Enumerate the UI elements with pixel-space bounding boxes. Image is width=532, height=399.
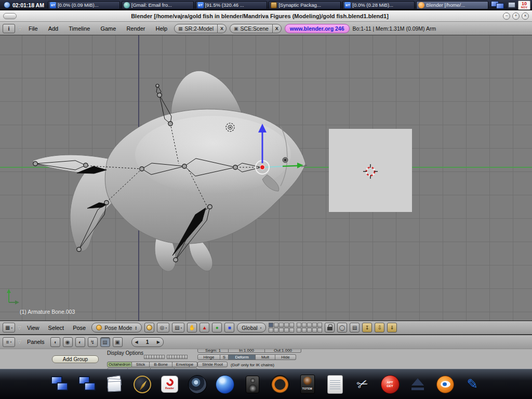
info-window-button[interactable]: i — [3, 24, 15, 33]
draw-type-stick[interactable]: Stick — [132, 362, 150, 367]
stride-root-button[interactable]: Stride Root — [197, 362, 228, 367]
menu-timeline[interactable]: Timeline — [65, 25, 94, 32]
toggle-hide[interactable]: Hide — [275, 354, 296, 360]
layer-toggle[interactable] — [302, 328, 307, 332]
mode-dropdown[interactable]: Pose Mode ▲▼ — [91, 323, 142, 332]
armature-layer-toggle[interactable] — [185, 355, 188, 359]
scale-manipulator-button[interactable]: ■ — [224, 323, 234, 332]
taskbar-item-bittorrent-1[interactable]: BT [0.0% (0.09 MiB)... — [48, 1, 120, 9]
context-object-button[interactable]: ◐ — [75, 337, 85, 347]
layer-toggle[interactable] — [274, 328, 278, 332]
dock-item-workspace-switcher-2[interactable] — [77, 373, 98, 396]
maximize-button[interactable]: + — [512, 12, 520, 20]
screen-unlink-button[interactable]: X — [218, 24, 227, 33]
screen-selector[interactable]: ▦ SR:2-Model — [174, 24, 218, 33]
editor-type-selector[interactable]: ≡ ▾ — [3, 337, 15, 347]
layer-toggle[interactable] — [307, 323, 312, 327]
taskbar-item-gmail[interactable]: [Gmail: Email fro... — [122, 1, 194, 9]
layer-toggle[interactable] — [274, 323, 278, 327]
toggle-s[interactable]: S — [220, 354, 229, 360]
dock-item-adobe-reader[interactable]: Reader — [159, 373, 180, 396]
collapse-triangle-icon[interactable]: ▽ — [18, 26, 22, 31]
dock-item-file-stack[interactable] — [104, 373, 125, 396]
layer-toggle[interactable] — [317, 323, 322, 327]
dock-item-audio-mixer[interactable] — [270, 373, 290, 396]
layer-toggle[interactable] — [297, 323, 301, 327]
layer-toggle[interactable] — [289, 328, 294, 332]
keyframe-button-2[interactable]: ⇩ — [375, 323, 384, 332]
context-shading-button[interactable]: ◉ — [63, 337, 73, 347]
layer-toggle[interactable] — [269, 328, 273, 332]
display-tray-icon[interactable] — [508, 2, 516, 8]
layer-toggle[interactable] — [312, 323, 317, 327]
layer-toggle[interactable] — [297, 328, 301, 332]
workspace-pager-icon[interactable] — [491, 1, 506, 9]
editor-type-selector[interactable]: ▦ ▾ — [3, 323, 15, 332]
menu-help[interactable]: Help — [152, 25, 171, 32]
viewport-menu-pose[interactable]: Pose — [70, 325, 89, 331]
layer-toggle[interactable] — [284, 328, 289, 332]
taskbar-item-blender[interactable]: Blender [/home/... — [416, 1, 488, 9]
layer-toggle[interactable] — [289, 323, 294, 327]
dock-item-system-tools[interactable]: ✂ — [352, 373, 373, 396]
panel-collapse-icon[interactable]: ▽ — [18, 339, 21, 344]
toggle-hinge[interactable]: Hinge — [197, 354, 220, 360]
layer-toggle[interactable] — [312, 328, 317, 332]
layer-toggle[interactable] — [284, 323, 289, 327]
taskbar-item-bittorrent-3[interactable]: BT [0.0% (0.28 MiB)... — [342, 1, 415, 9]
context-physics-button[interactable]: ↯ — [88, 337, 98, 347]
viewport-menu-select[interactable]: Select — [45, 325, 68, 331]
dock-item-cd-player[interactable] — [215, 373, 235, 396]
frame-counter[interactable]: ◀ 1 ▶ — [131, 337, 164, 347]
ke yframe-button-1[interactable]: ↧ — [362, 323, 372, 332]
snap-dropdown[interactable]: ▤ ▾ — [172, 323, 184, 332]
menu-add[interactable]: Add — [45, 25, 62, 32]
segments-field[interactable]: Segm: 1 — [197, 349, 229, 353]
layer-toggle[interactable] — [279, 323, 284, 327]
draw-type-octahedron[interactable]: Octahedron — [107, 362, 132, 367]
pivot-point-dropdown[interactable]: ◎ ▾ — [157, 323, 169, 332]
draw-type-button[interactable] — [144, 323, 154, 332]
context-logic-button[interactable]: ◖ — [50, 337, 60, 347]
dock-item-blender[interactable] — [435, 373, 456, 396]
layer-toggle[interactable] — [307, 328, 312, 332]
menu-render[interactable]: Render — [123, 25, 149, 32]
toggle-deform[interactable]: Deform — [229, 354, 256, 360]
dock-item-speaker[interactable] — [242, 373, 263, 396]
ease-in-field[interactable]: In:1.000 — [229, 349, 265, 353]
window-menu-button[interactable] — [3, 13, 17, 19]
toggle-mult[interactable]: Mult — [256, 354, 275, 360]
dock-item-apt-get[interactable]: APT GET — [380, 373, 401, 396]
armature-layer-toggle[interactable] — [162, 355, 165, 359]
draw-type-envelope[interactable]: Envelope — [172, 362, 197, 367]
dock-item-eject[interactable] — [407, 373, 428, 396]
orientation-dropdown[interactable]: Global ▾ — [237, 323, 266, 332]
ease-out-field[interactable]: Out:1.000 — [265, 349, 301, 353]
keyframe-button-3[interactable]: ⇓ — [387, 323, 397, 332]
translate-manipulator-button[interactable]: ▲ — [200, 323, 209, 332]
scene-selector[interactable]: ▣ SCE:Scene — [230, 24, 273, 33]
goldfish-mesh[interactable] — [32, 71, 307, 271]
menu-file[interactable]: File — [25, 25, 42, 32]
close-button[interactable]: × — [522, 12, 529, 20]
viewport-menu-view[interactable]: View — [24, 325, 43, 331]
menu-game[interactable]: Game — [97, 25, 119, 32]
dock-item-drawing-app[interactable]: ✎ — [462, 373, 483, 396]
layer-toggle[interactable] — [279, 328, 284, 332]
manipulator-toggle-button[interactable]: ✋ — [187, 323, 197, 332]
taskbar-item-synaptic[interactable]: [Synaptic Packag... — [269, 1, 341, 9]
window-titlebar[interactable]: Blender [/home/vajra/gold fish in blende… — [0, 10, 532, 22]
layer-toggle[interactable] — [269, 323, 273, 327]
context-scene-button[interactable]: ▣ — [113, 337, 123, 347]
layer-toggle[interactable] — [302, 323, 307, 327]
dock-item-web-browser[interactable] — [132, 373, 153, 396]
blender-version-badge[interactable]: www.blender.org 246 — [285, 24, 350, 33]
dock-item-totem-player[interactable]: TOTEM — [297, 373, 318, 396]
dock-item-photo-lens[interactable] — [187, 373, 208, 396]
calendar-applet[interactable]: 10 NOV — [518, 1, 530, 10]
render-preview-button[interactable]: ▤ — [350, 323, 360, 332]
lock-layers-button[interactable] — [325, 323, 335, 332]
panel-collapse-icon[interactable]: ▽ — [18, 325, 21, 330]
taskbar-item-bittorrent-2[interactable]: BT [91.5% (320.46 ... — [195, 1, 268, 9]
panels-menu[interactable]: Panels — [24, 339, 48, 345]
